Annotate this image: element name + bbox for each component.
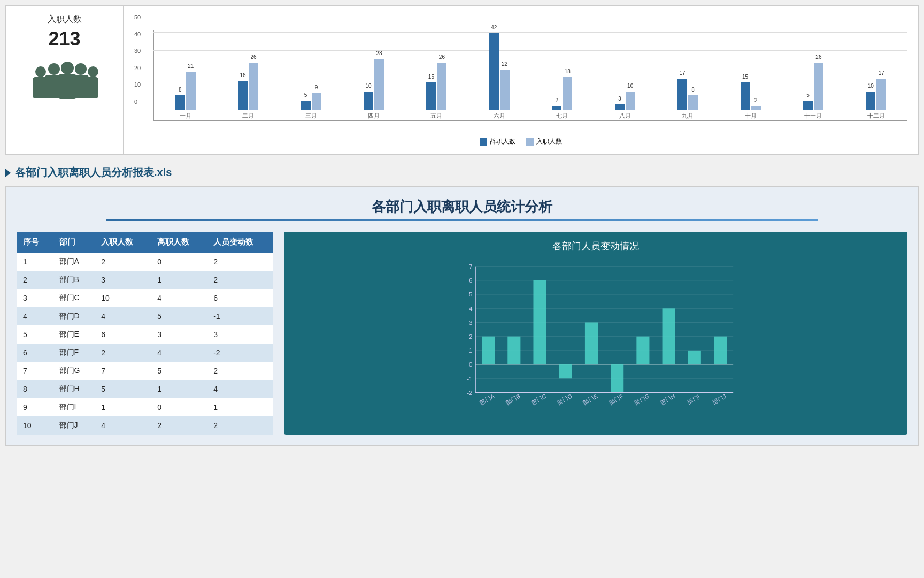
- svg-rect-45: [663, 308, 675, 364]
- svg-text:4: 4: [469, 305, 473, 312]
- svg-rect-39: [585, 322, 598, 364]
- table-cell: 1: [151, 271, 207, 289]
- monthly-chart-area: 01020304050821一月1626二月59三月1028四月1526五月42…: [124, 6, 918, 154]
- table-cell: 部门A: [53, 253, 95, 271]
- legend-onboard: 入职人数: [526, 137, 562, 146]
- section-title-text: 各部门入职离职人员分析报表.xls: [15, 165, 172, 180]
- table-cell: 部门G: [53, 362, 95, 380]
- svg-point-2: [61, 62, 74, 74]
- svg-rect-43: [636, 337, 649, 364]
- svg-text:部门I: 部门I: [686, 393, 701, 406]
- table-cell: 2: [207, 253, 273, 271]
- table-cell: 3: [207, 325, 273, 344]
- svg-text:部门C: 部门C: [530, 392, 548, 406]
- table-cell: 部门E: [53, 325, 95, 344]
- svg-text:部门A: 部门A: [479, 392, 496, 406]
- table-row: 6部门F24-2: [17, 344, 273, 362]
- dept-bar-area: -2-101234567部门A部门B部门C部门D部门E部门F部门G部门H部门I部…: [295, 261, 897, 421]
- table-cell: 9: [17, 398, 53, 416]
- table-cell: 7: [17, 362, 53, 380]
- table-row: 5部门E633: [17, 325, 273, 344]
- svg-rect-37: [559, 364, 572, 378]
- table-cell: 部门D: [53, 307, 95, 325]
- svg-point-3: [75, 63, 87, 75]
- table-row: 3部门C1046: [17, 289, 273, 307]
- table-cell: 10: [95, 289, 151, 307]
- svg-text:部门F: 部门F: [608, 392, 625, 406]
- table-cell: 4: [95, 307, 151, 325]
- bottom-content: 序号部门入职人数离职人数人员变动数1部门A2022部门B3123部门C10464…: [17, 232, 907, 435]
- table-cell: -1: [207, 307, 273, 325]
- table-cell: 2: [207, 271, 273, 289]
- svg-text:7: 7: [469, 263, 473, 270]
- legend-resign: 辞职人数: [480, 137, 515, 146]
- table-cell: 5: [95, 380, 151, 398]
- table-cell: 部门F: [53, 344, 95, 362]
- svg-text:部门J: 部门J: [711, 393, 727, 406]
- svg-text:部门H: 部门H: [659, 392, 676, 406]
- table-cell: 4: [151, 344, 207, 362]
- dept-data-table: 序号部门入职人数离职人数人员变动数1部门A2022部门B3123部门C10464…: [17, 232, 273, 435]
- dept-chart: 各部门人员变动情况 -2-101234567部门A部门B部门C部门D部门E部门F…: [284, 232, 907, 435]
- table-cell: 0: [151, 398, 207, 416]
- table-cell: 部门C: [53, 289, 95, 307]
- svg-point-0: [35, 66, 46, 77]
- svg-text:部门E: 部门E: [582, 393, 598, 406]
- table-cell: 2: [207, 362, 273, 380]
- table-cell: 10: [17, 416, 53, 435]
- table-cell: 3: [17, 289, 53, 307]
- table-header: 部门: [53, 232, 95, 253]
- table-row: 4部门D45-1: [17, 307, 273, 325]
- svg-text:3: 3: [469, 319, 473, 326]
- table-cell: 2: [95, 253, 151, 271]
- legend-resign-box: [480, 138, 487, 146]
- svg-rect-49: [714, 337, 727, 364]
- table-cell: 1: [17, 253, 53, 271]
- svg-text:部门B: 部门B: [505, 393, 521, 406]
- people-icon: [25, 58, 105, 107]
- table-cell: 2: [17, 271, 53, 289]
- svg-point-4: [88, 66, 98, 77]
- svg-text:-2: -2: [467, 389, 472, 396]
- table-cell: 5: [17, 325, 53, 344]
- table-cell: 部门H: [53, 380, 95, 398]
- report-title: 各部门入职离职人员统计分析: [17, 197, 907, 216]
- table-cell: 2: [95, 344, 151, 362]
- stat-number: 213: [48, 28, 80, 50]
- stat-label: 入职人数: [48, 14, 82, 25]
- table-row: 9部门I101: [17, 398, 273, 416]
- svg-text:部门D: 部门D: [556, 392, 573, 406]
- chart-legend: 辞职人数 入职人数: [134, 137, 907, 146]
- triangle-icon: [5, 169, 11, 177]
- table-cell: 1: [207, 398, 273, 416]
- svg-text:-1: -1: [467, 375, 472, 382]
- svg-text:5: 5: [469, 291, 473, 298]
- monthly-bar-chart: 01020304050821一月1626二月59三月1028四月1526五月42…: [134, 14, 907, 132]
- svg-text:6: 6: [469, 277, 473, 284]
- legend-onboard-label: 入职人数: [536, 137, 562, 146]
- svg-rect-47: [688, 351, 701, 364]
- bottom-section: 各部门入职离职人员统计分析 序号部门入职人数离职人数人员变动数1部门A2022部…: [5, 186, 919, 446]
- svg-point-1: [48, 63, 60, 75]
- table-cell: 1: [151, 380, 207, 398]
- svg-text:0: 0: [469, 361, 473, 368]
- table-cell: 部门B: [53, 271, 95, 289]
- table-row: 1部门A202: [17, 253, 273, 271]
- table-row: 7部门G752: [17, 362, 273, 380]
- table-cell: 5: [151, 362, 207, 380]
- top-section: 入职人数 213 01020304050821一月1626二月59三月1028四…: [5, 5, 919, 155]
- svg-rect-35: [533, 280, 546, 364]
- table-header: 入职人数: [95, 232, 151, 253]
- legend-resign-label: 辞职人数: [490, 137, 515, 146]
- table-cell: 4: [17, 307, 53, 325]
- svg-text:2: 2: [469, 333, 473, 340]
- dept-table: 序号部门入职人数离职人数人员变动数1部门A2022部门B3123部门C10464…: [17, 232, 273, 435]
- svg-rect-31: [482, 337, 495, 364]
- svg-rect-33: [507, 337, 520, 364]
- svg-rect-41: [611, 364, 623, 392]
- section-title: 各部门入职离职人员分析报表.xls: [5, 165, 919, 180]
- table-header: 离职人数: [151, 232, 207, 253]
- table-cell: 5: [151, 307, 207, 325]
- table-row: 8部门H514: [17, 380, 273, 398]
- table-cell: 部门J: [53, 416, 95, 435]
